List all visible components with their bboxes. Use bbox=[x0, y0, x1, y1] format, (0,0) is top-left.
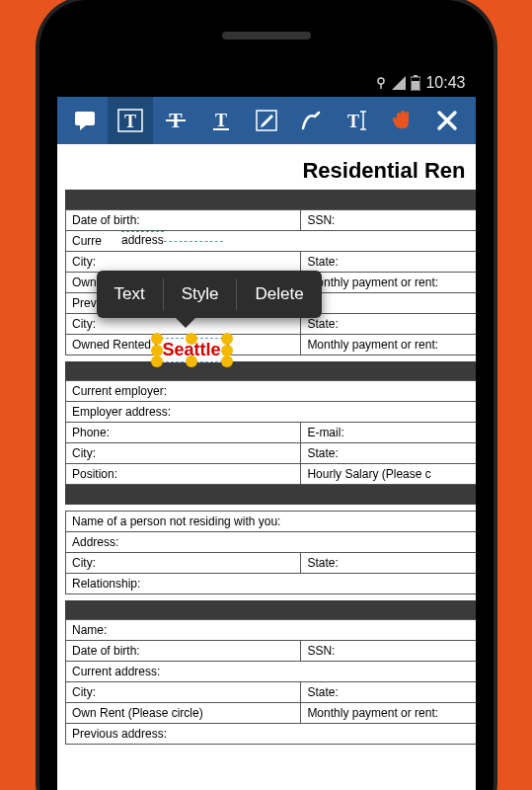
state2-label: State: bbox=[301, 313, 476, 334]
relationship-label: Relationship: bbox=[65, 573, 475, 593]
dob-label: Date of birth: bbox=[65, 209, 300, 230]
freehand-tool[interactable] bbox=[288, 97, 334, 144]
resize-handle-tc[interactable] bbox=[186, 333, 197, 345]
dob4-label: Date of birth: bbox=[65, 641, 300, 662]
position-label: Position: bbox=[65, 464, 300, 485]
address-label: Address: bbox=[65, 531, 475, 552]
popup-delete-button[interactable]: Delete bbox=[237, 271, 321, 318]
ownrent4-label: Own Rent (Please circle) bbox=[65, 703, 300, 724]
employer-label: Current employer: bbox=[65, 381, 475, 402]
text-cursor-tool[interactable]: T bbox=[334, 97, 379, 144]
hourly-label: Hourly Salary (Please c bbox=[301, 464, 476, 485]
text-overlay-tool[interactable]: T bbox=[108, 97, 153, 144]
empaddr-label: Employer address: bbox=[65, 402, 475, 423]
underline-tool[interactable]: T bbox=[198, 97, 244, 144]
toolbar: T T T T bbox=[57, 97, 476, 144]
city-label: City: bbox=[65, 251, 300, 272]
resize-handle-ml[interactable] bbox=[151, 345, 163, 356]
svg-rect-4 bbox=[75, 112, 95, 125]
screen: 10:43 T T T T Residential Ren Date of bi… bbox=[57, 69, 476, 790]
signature-tool[interactable] bbox=[244, 97, 289, 144]
ref-city-label: City: bbox=[65, 552, 300, 573]
svg-text:T: T bbox=[347, 112, 359, 131]
curraddr4-label: Current address: bbox=[65, 662, 475, 682]
prevaddr4-label: Previous address: bbox=[65, 724, 475, 745]
popup-style-button[interactable]: Style bbox=[164, 271, 237, 318]
signal-icon bbox=[392, 76, 406, 90]
popup-text-button[interactable]: Text bbox=[97, 271, 163, 318]
resize-handle-bl[interactable] bbox=[151, 356, 163, 367]
resize-handle-mr[interactable] bbox=[221, 345, 233, 356]
current-address-row: Curreaddress bbox=[65, 230, 475, 251]
pan-tool[interactable] bbox=[379, 97, 424, 144]
doc-title: Residential Ren bbox=[57, 144, 476, 190]
city4-label: City: bbox=[65, 682, 300, 703]
email-label: E-mail: bbox=[301, 423, 476, 443]
emp-state-label: State: bbox=[301, 443, 476, 464]
name4-label: Name: bbox=[65, 620, 475, 641]
monthly-label: Monthly payment or rent: bbox=[301, 272, 476, 292]
document-area[interactable]: Residential Ren Date of birth:SSN: Curre… bbox=[57, 144, 476, 790]
resize-handle-bc[interactable] bbox=[186, 356, 197, 367]
svg-rect-3 bbox=[412, 81, 419, 90]
status-time: 10:43 bbox=[425, 74, 465, 92]
svg-point-0 bbox=[378, 78, 384, 84]
text-annotation[interactable]: Seattle bbox=[156, 338, 228, 362]
svg-rect-2 bbox=[414, 75, 418, 77]
state-label: State: bbox=[301, 251, 476, 272]
svg-text:T: T bbox=[215, 111, 227, 130]
phone-label: Phone: bbox=[65, 423, 300, 443]
nonres-label: Name of a person not residing with you: bbox=[65, 511, 475, 531]
strikethrough-tool[interactable]: T bbox=[153, 97, 198, 144]
resize-handle-br[interactable] bbox=[221, 356, 233, 367]
resize-handle-tr[interactable] bbox=[221, 333, 233, 345]
context-popup: Text Style Delete bbox=[97, 271, 322, 318]
phone-frame: 10:43 T T T T Residential Ren Date of bi… bbox=[39, 0, 494, 790]
ref-state-label: State: bbox=[301, 552, 476, 573]
emp-city-label: City: bbox=[65, 443, 300, 464]
location-icon bbox=[375, 76, 387, 90]
monthly4-label: Monthly payment or rent: bbox=[301, 703, 476, 724]
statusbar: 10:43 bbox=[57, 69, 476, 97]
ssn-label: SSN: bbox=[301, 209, 476, 230]
state4-label: State: bbox=[301, 682, 476, 703]
close-tool[interactable] bbox=[424, 97, 470, 144]
ssn4-label: SSN: bbox=[301, 641, 476, 662]
battery-icon bbox=[411, 75, 420, 91]
resize-handle-tl[interactable] bbox=[151, 333, 163, 345]
comment-tool[interactable] bbox=[63, 97, 109, 144]
monthly2-label: Monthly payment or rent: bbox=[301, 334, 476, 355]
svg-text:T: T bbox=[124, 112, 136, 131]
